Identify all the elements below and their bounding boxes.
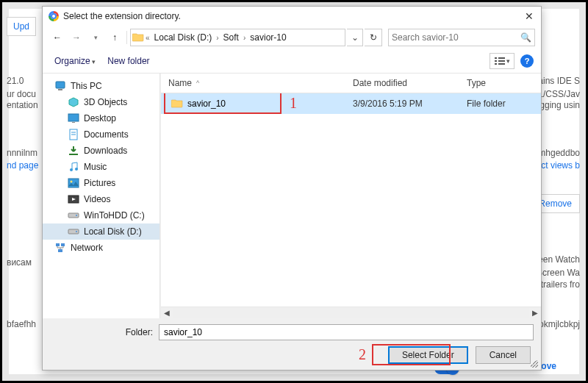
sidebar-item-downloads[interactable]: Downloads <box>43 143 159 159</box>
folder-icon <box>131 32 146 44</box>
docs-icon <box>68 129 79 140</box>
column-date[interactable]: Date modified <box>348 74 462 93</box>
svg-rect-2 <box>495 60 497 62</box>
svg-point-24 <box>76 231 77 232</box>
search-icon[interactable]: 🔍 <box>520 32 531 43</box>
svg-rect-3 <box>498 60 505 62</box>
nav-recent-button[interactable]: ▾ <box>87 29 104 46</box>
nav-up-button[interactable]: ↑ <box>106 29 123 46</box>
scroll-right-icon[interactable]: ▶ <box>529 309 541 317</box>
sidebar-item-label: Documents <box>84 129 129 140</box>
select-folder-button[interactable]: Select Folder <box>388 346 468 364</box>
resize-grip-icon[interactable] <box>531 360 538 368</box>
sidebar-item-label: 3D Objects <box>84 97 127 107</box>
sidebar-item-label: Network <box>71 243 103 253</box>
column-name[interactable]: Name^ <box>161 74 348 93</box>
search-input[interactable] <box>392 32 520 43</box>
videos-icon <box>68 193 79 205</box>
pictures-icon <box>68 177 79 189</box>
annotation-number: 1 <box>290 95 297 112</box>
bg-text: ur docu <box>7 89 36 99</box>
svg-rect-17 <box>68 179 79 187</box>
nav-forward-button: → <box>68 29 85 46</box>
sidebar-item-label: Desktop <box>84 113 116 124</box>
file-row[interactable]: savior_103/9/2016 5:19 PMFile folder <box>161 93 541 114</box>
drive-icon <box>68 210 79 221</box>
address-expand-button[interactable]: ⌄ <box>347 29 363 46</box>
cancel-button[interactable]: Cancel <box>476 346 531 364</box>
column-headers: Name^ Date modified Type <box>161 74 541 93</box>
breadcrumb-item[interactable]: Local Disk (D:) <box>150 32 217 43</box>
svg-rect-5 <box>498 63 505 65</box>
navigation-bar: ← → ▾ ↑ « Local Disk (D:) › Soft › savio… <box>43 26 541 49</box>
sidebar-item-network[interactable]: Network <box>43 240 159 256</box>
help-button[interactable]: ? <box>520 54 534 68</box>
folder-name-input[interactable] <box>159 324 534 340</box>
sidebar-item-label: This PC <box>71 81 102 91</box>
svg-rect-7 <box>58 89 62 90</box>
scroll-left-icon[interactable]: ◀ <box>161 309 173 317</box>
file-date-cell: 3/9/2016 5:19 PM <box>348 99 462 109</box>
folder-select-dialog: Select the extension directory. ✕ ← → ▾ … <box>42 6 542 371</box>
svg-rect-14 <box>69 154 78 155</box>
bg-text: mhgeddbo <box>538 148 580 158</box>
sidebar-item-videos[interactable]: Videos <box>43 191 159 207</box>
sidebar-item-label: Videos <box>84 194 110 204</box>
dialog-footer: Folder: 2 Select Folder Cancel <box>43 318 541 370</box>
new-folder-button[interactable]: New folder <box>103 54 154 68</box>
svg-rect-26 <box>61 243 65 246</box>
sidebar-item-desktop[interactable]: Desktop <box>43 110 159 126</box>
sidebar-item-label: Pictures <box>84 178 115 188</box>
search-box[interactable]: 🔍 <box>388 29 535 46</box>
nav-back-button[interactable]: ← <box>49 29 66 46</box>
sort-indicator-icon: ^ <box>196 79 199 87</box>
bg-text: nnnilnm <box>7 148 37 158</box>
svg-point-18 <box>71 181 73 183</box>
sidebar-item-local-disk-d-[interactable]: Local Disk (D:) <box>43 223 159 240</box>
breadcrumb-item[interactable]: savior-10 <box>245 32 290 43</box>
svg-marker-8 <box>69 98 78 107</box>
bg-text: nd page <box>7 160 38 171</box>
horizontal-scrollbar[interactable]: ◀ ▶ <box>161 307 541 318</box>
bg-text: okmjlcbkpj <box>539 319 580 329</box>
close-icon[interactable]: ✕ <box>523 11 535 21</box>
sidebar-item-wintohdd-c-[interactable]: WinToHDD (C:) <box>43 207 159 223</box>
svg-rect-6 <box>56 82 65 88</box>
sidebar-item-label: WinToHDD (C:) <box>84 210 145 221</box>
sidebar-item-label: Local Disk (D:) <box>84 226 142 237</box>
bg-text: trailers fro <box>541 279 580 290</box>
view-options-button[interactable]: ▾ <box>490 53 514 69</box>
sidebar-item-pictures[interactable]: Pictures <box>43 175 159 191</box>
file-rows: savior_103/9/2016 5:19 PMFile folder 1 <box>161 93 541 307</box>
music-icon <box>68 161 79 173</box>
navigation-pane: This PC3D ObjectsDesktopDocumentsDownloa… <box>43 74 160 318</box>
breadcrumb-item[interactable]: Soft <box>219 32 243 43</box>
svg-rect-27 <box>58 249 62 252</box>
sidebar-item-3d-objects[interactable]: 3D Objects <box>43 94 159 110</box>
svg-rect-0 <box>495 57 497 59</box>
sidebar-item-documents[interactable]: Documents <box>43 126 159 143</box>
svg-rect-4 <box>495 63 497 65</box>
refresh-button[interactable]: ↻ <box>365 29 382 46</box>
drive-icon <box>68 226 79 237</box>
3d-icon <box>68 96 79 108</box>
svg-point-22 <box>76 215 77 216</box>
bg-text: entation <box>7 100 38 110</box>
column-type[interactable]: Type <box>462 74 541 93</box>
sidebar-item-label: Downloads <box>84 146 127 156</box>
folder-label: Folder: <box>50 327 153 337</box>
svg-point-15 <box>70 168 73 171</box>
sidebar-item-music[interactable]: Music <box>43 159 159 175</box>
file-type-cell: File folder <box>462 99 541 109</box>
dialog-title: Select the extension directory. <box>63 11 523 21</box>
bg-text: een Watch <box>538 254 580 265</box>
pc-icon <box>54 80 66 92</box>
address-bar[interactable]: « Local Disk (D:) › Soft › savior-10 <box>130 29 345 46</box>
svg-rect-25 <box>56 243 60 246</box>
sidebar-item-this-pc[interactable]: This PC <box>43 78 159 94</box>
svg-rect-1 <box>498 57 505 59</box>
organize-button[interactable]: Organize <box>50 54 100 68</box>
file-name: savior_10 <box>187 99 226 109</box>
bg-text: висам <box>7 257 32 268</box>
network-icon <box>54 242 66 254</box>
